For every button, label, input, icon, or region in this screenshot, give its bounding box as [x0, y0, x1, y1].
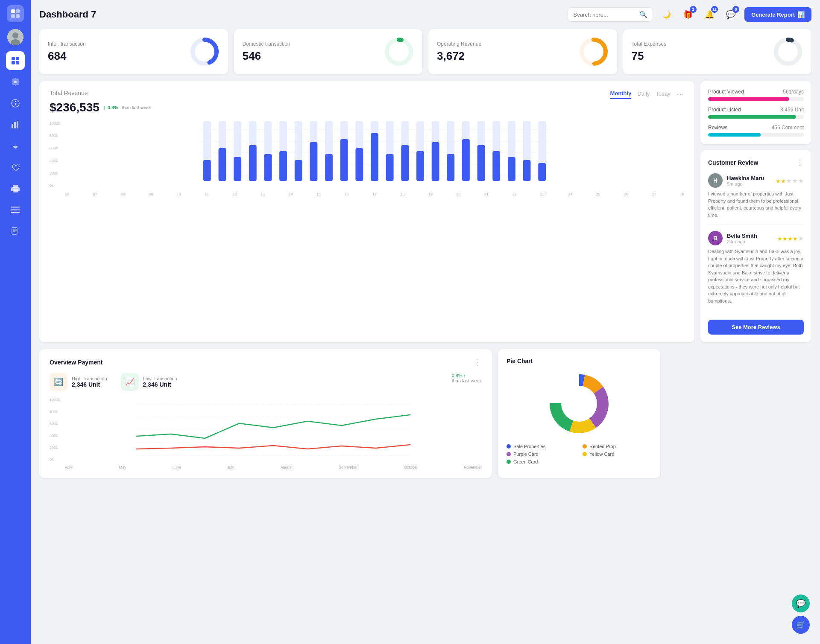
legend-item-green: Green Card	[507, 459, 576, 464]
cart-float-btn[interactable]: 🛒	[792, 616, 810, 634]
revenue-more-btn[interactable]: ⋯	[676, 90, 684, 99]
generate-report-label: Generate Report	[751, 12, 795, 18]
sidebar-item-dashboard[interactable]	[6, 51, 25, 70]
sidebar-item-menu[interactable]	[6, 201, 25, 219]
payment-more-btn[interactable]: ⋮	[474, 358, 482, 367]
svg-point-92	[561, 386, 597, 422]
progress-bar-viewed	[708, 97, 804, 101]
revenue-trend: ↑ 0.8%	[103, 104, 118, 111]
svg-point-29	[776, 40, 800, 64]
tab-daily[interactable]: Daily	[637, 90, 650, 99]
stat-label-domestic: Domestic transaction	[243, 41, 290, 47]
chat-badge: 5	[732, 6, 739, 13]
review-item-0: H Hawkins Maru 5m ago ★★★★★ I viewed a n…	[708, 173, 804, 225]
svg-rect-71	[462, 139, 470, 181]
tab-monthly[interactable]: Monthly	[610, 90, 632, 99]
svg-rect-22	[12, 227, 17, 234]
svg-rect-47	[279, 151, 287, 181]
revenue-tabs: Monthly Daily Today ⋯	[610, 90, 684, 99]
legend-label-green: Green Card	[513, 459, 538, 464]
svg-rect-7	[12, 57, 15, 60]
pie-legend: Sale Properties Rented Prop Purple Card …	[507, 444, 652, 464]
svg-rect-57	[355, 148, 363, 181]
donut-revenue	[579, 37, 609, 67]
metric-value-viewed: 561/days	[783, 89, 804, 95]
legend-item-sale: Sale Properties	[507, 444, 576, 449]
legend-dot-green	[507, 460, 511, 464]
sidebar-item-print[interactable]	[6, 179, 25, 198]
svg-point-25	[387, 40, 411, 64]
dark-mode-btn[interactable]: 🌙	[659, 7, 674, 22]
search-bar[interactable]: 🔍	[568, 7, 653, 22]
y-label-0: 0k	[50, 184, 60, 188]
svg-rect-20	[11, 210, 20, 211]
generate-report-button[interactable]: Generate Report 📊	[744, 7, 811, 22]
svg-rect-63	[401, 145, 409, 181]
svg-rect-39	[219, 148, 226, 181]
stars-0: ★★★★★	[776, 177, 804, 185]
trend-arrow-icon: ↑	[103, 104, 106, 111]
svg-rect-17	[13, 185, 18, 188]
low-trans-info: Low Transaction 2,346 Unit	[143, 376, 177, 388]
tab-today[interactable]: Today	[656, 90, 671, 99]
sidebar-item-heart[interactable]	[6, 158, 25, 177]
main-content: Dashboard 7 🔍 🌙 🎁 2 🔔 12 💬 5 Generate Re…	[31, 0, 820, 644]
bell-notification-btn[interactable]: 🔔 12	[702, 7, 717, 22]
high-trans-icon: 🔄	[50, 373, 67, 391]
svg-rect-37	[203, 160, 211, 181]
y-label-1000: 1000k	[50, 121, 60, 125]
reviewer-time-0: 5m ago	[727, 181, 764, 186]
low-trans-val: 2,346 Unit	[143, 381, 177, 388]
chat-notification-btn[interactable]: 💬 5	[723, 7, 738, 22]
y-label-200: 200k	[50, 171, 60, 175]
svg-rect-55	[340, 139, 348, 181]
svg-rect-0	[11, 9, 15, 13]
svg-rect-53	[325, 154, 333, 181]
floating-buttons: 💬 🛒	[792, 594, 810, 634]
support-float-btn[interactable]: 💬	[792, 594, 810, 612]
review-item-1: B Bella Smith 20m ago ★★★★★ Dealing with…	[708, 231, 804, 310]
metric-reviews: Reviews 456 Comment	[708, 125, 804, 137]
review-text-0: I viewed a number of properties with Jus…	[708, 190, 804, 219]
sidebar-item-settings[interactable]	[6, 73, 25, 91]
payment-header: Overview Payment ⋮	[50, 358, 482, 367]
review-top-0: H Hawkins Maru 5m ago ★★★★★	[708, 173, 804, 188]
svg-rect-15	[14, 122, 16, 128]
user-avatar[interactable]	[7, 29, 23, 45]
pie-chart-card: Pie Chart Sale Properties	[498, 349, 660, 478]
revenue-amount-row: $236,535 ↑ 0.8% than last week	[50, 101, 684, 114]
review-top-1: B Bella Smith 20m ago ★★★★★	[708, 231, 804, 245]
metric-header-reviews: Reviews 456 Comment	[708, 125, 804, 131]
bell-badge: 12	[711, 6, 718, 13]
payment-trend: 0.8% ↑ than last week	[452, 373, 482, 391]
pie-chart-svg	[545, 370, 613, 438]
sidebar-item-favorites[interactable]	[6, 137, 25, 155]
sidebar-item-info[interactable]	[6, 94, 25, 113]
svg-rect-69	[447, 154, 454, 181]
progress-bar-reviews	[708, 133, 804, 137]
page-title: Dashboard 7	[39, 9, 96, 20]
metrics-card: Product Viewed 561/days Product Listed 3…	[700, 81, 811, 144]
stat-card-revenue: Operating Revenue 3,672	[428, 29, 617, 74]
see-more-reviews-btn[interactable]: See More Reviews	[708, 320, 804, 335]
revenue-card: Total Revenue Monthly Daily Today ⋯ $236…	[39, 81, 694, 342]
reviewer-avatar-0: H	[708, 173, 723, 188]
reviewer-name-1: Bella Smith	[727, 233, 757, 239]
revenue-title: Total Revenue	[50, 90, 88, 96]
trend-sub-label: than last week	[122, 105, 151, 110]
revenue-amount-value: $236,535	[50, 101, 100, 114]
search-icon: 🔍	[639, 11, 647, 18]
sidebar-item-docs[interactable]	[6, 222, 25, 241]
sidebar-item-analytics[interactable]	[6, 115, 25, 134]
stat-card-inter-transaction: Inter. transaction 684	[39, 29, 228, 74]
stat-info-inter: Inter. transaction 684	[48, 41, 86, 63]
search-input[interactable]	[573, 12, 636, 18]
legend-dot-purple	[507, 452, 511, 456]
reviews-more-btn[interactable]: ⋮	[796, 158, 804, 167]
gift-notification-btn[interactable]: 🎁 2	[680, 7, 696, 22]
trend-pct: 0.8%	[108, 105, 118, 110]
line-chart-y-labels: 0k 200k 400k 600k 800k 1000k	[50, 398, 60, 462]
chart-y-labels: 0k 200k 400k 600k 800k 1000k	[50, 121, 60, 196]
panels-row: Total Revenue Monthly Daily Today ⋯ $236…	[39, 81, 811, 342]
stat-value-inter: 684	[48, 50, 86, 63]
